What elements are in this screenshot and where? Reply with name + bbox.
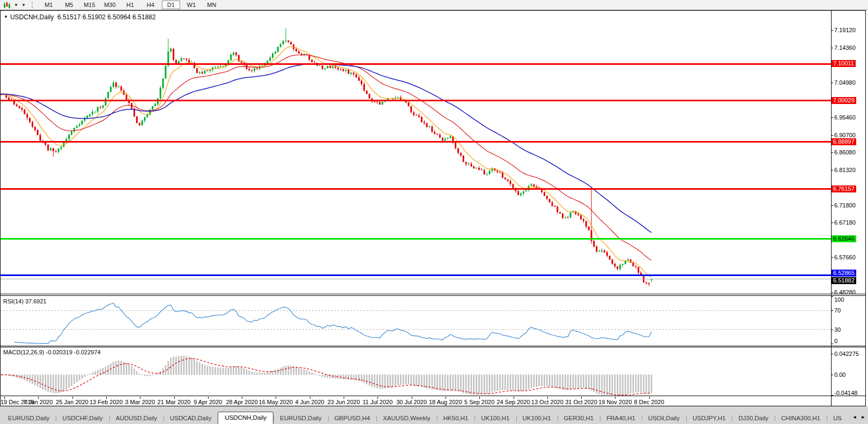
price-axis-label: 7.04980	[834, 79, 856, 86]
timeframe-button-mn[interactable]: MN	[203, 1, 221, 9]
macd-histogram	[1, 356, 652, 395]
price-line-label: 6.88897	[832, 138, 856, 145]
date-label: 4 Jun 2020	[293, 399, 327, 405]
price-axis-label: 6.86080	[834, 149, 856, 156]
timeframe-button-h1[interactable]: H1	[121, 1, 139, 9]
symbol-tab-usdcad-daily[interactable]: USDCAD,Daily	[164, 413, 218, 424]
symbol-tab-fra40-h1[interactable]: FRA40,H1	[600, 413, 642, 424]
chart-title: ▼USDCNH,Daily 6.51517 6.51902 6.50964 6.…	[4, 13, 155, 21]
symbol-tabs: EURUSD,DailyUSDCHF,DailyAUDUSD,DailyUSDC…	[2, 412, 842, 424]
timeframe-button-m30[interactable]: M30	[101, 1, 119, 9]
chart-type-icon[interactable]	[2, 1, 12, 9]
price-axis-label: 7.19120	[834, 27, 856, 34]
price-axis-label: 6.95460	[834, 114, 856, 121]
timeframe-buttons: M1M5M15M30H1H4D1W1MN	[39, 1, 222, 9]
rsi-indicator-panel[interactable]	[0, 296, 831, 346]
date-label: 11 Jul 2020	[360, 399, 395, 405]
toolbar: ▼ ▼ M1M5M15M30H1H4D1W1MN	[0, 0, 868, 10]
date-label: 28 Apr 2020	[225, 399, 259, 405]
date-label: 25 Jan 2020	[55, 399, 90, 405]
price-line-label: 7.10011	[832, 60, 856, 67]
price-line-label: 7.00029	[832, 97, 856, 104]
symbol-tab-eurusd-daily[interactable]: EURUSD,Daily	[2, 413, 56, 424]
symbol-tab-uk100-h1[interactable]: UK100,H1	[474, 413, 516, 424]
rsi-axis-label: 30	[834, 326, 841, 333]
date-label: 13 Feb 2020	[89, 399, 123, 405]
symbol-tab-usdjpy-h1[interactable]: USDJPY,H1	[686, 413, 732, 424]
symbol-tab-usdchf-daily[interactable]: USDCHF,Daily	[56, 413, 109, 424]
symbol-tab-dj30-daily[interactable]: DJ30,Daily	[732, 413, 775, 424]
price-hline	[0, 274, 831, 276]
symbol-tab-uk100-h1[interactable]: UK100,H1	[516, 413, 558, 424]
indicators-dropdown-caret[interactable]: ▼	[21, 3, 26, 8]
date-label: 8 Dec 2020	[632, 399, 666, 405]
symbol-tab-gbpusd-h4[interactable]: GBPUSD,H4	[328, 413, 376, 424]
date-label: 30 Jul 2020	[395, 399, 429, 405]
rsi-line	[14, 303, 651, 344]
date-label: 19 Nov 2020	[598, 399, 632, 405]
price-axis-label: 7.14360	[834, 44, 856, 51]
date-label: 3 Mar 2020	[123, 399, 157, 405]
macd-axis-label: 0.00	[834, 371, 845, 378]
price-line-label: 6.62646	[832, 235, 856, 242]
ohlc-values: 6.51517 6.51902 6.50964 6.51882	[57, 13, 156, 21]
symbol-tab-xauusd-weekly[interactable]: XAUUSD,Weekly	[376, 413, 437, 424]
chart-type-dropdown-caret[interactable]: ▼	[14, 3, 18, 8]
date-label: 31 Oct 2020	[564, 399, 598, 405]
rsi-axis-label: 0	[834, 338, 837, 345]
date-label: 7 Jan 2020	[21, 399, 55, 405]
price-hline	[0, 141, 831, 143]
timeframe-button-m1[interactable]: M1	[40, 1, 58, 9]
rsi-axis-label: 70	[834, 307, 841, 314]
price-axis-label: 6.57660	[834, 254, 856, 261]
symbol-tab-us[interactable]: US	[827, 413, 842, 424]
date-label: 13 Oct 2020	[530, 399, 565, 405]
date-label: 24 Sep 2020	[496, 399, 531, 405]
symbol-tab-audusd-daily[interactable]: AUDUSD,Daily	[109, 413, 164, 424]
price-hline	[0, 63, 831, 65]
symbol-tab-bar: EURUSD,DailyUSDCHF,DailyAUDUSD,DailyUSDC…	[0, 406, 868, 424]
timeframe-button-h4[interactable]: H4	[142, 1, 160, 9]
price-axis-label: 6.71800	[834, 202, 856, 209]
macd-signal-line	[1, 359, 651, 395]
fast-ma-orange	[1, 47, 651, 277]
rsi-label: RSI(14) 37.6921	[3, 298, 47, 304]
symbol-period-label: USDCNH,Daily	[10, 13, 54, 21]
date-label: 21 Mar 2020	[157, 399, 191, 405]
tabs-scroll-left-icon[interactable]: ◄	[851, 413, 858, 421]
timeframe-button-m15[interactable]: M15	[80, 1, 99, 9]
timeframe-button-w1[interactable]: W1	[182, 1, 201, 9]
symbol-tab-usdcnh-daily[interactable]: USDCNH,Daily	[218, 412, 273, 424]
symbol-tab-ger30-h1[interactable]: GER30,H1	[558, 413, 600, 424]
toolbar-grip-handle[interactable]	[32, 2, 35, 8]
symbol-tab-eurusd-daily[interactable]: EURUSD,Daily	[273, 413, 328, 424]
symbol-collapse-caret-icon[interactable]: ▼	[4, 14, 8, 19]
slow-ma-blue	[1, 64, 651, 233]
price-hline	[0, 188, 831, 190]
main-price-chart[interactable]	[0, 10, 831, 294]
date-label: 23 Jun 2020	[327, 399, 361, 405]
rsi-axis-label: 100	[834, 296, 844, 303]
symbol-tab-china300-h1[interactable]: CHINA300,H1	[775, 413, 827, 424]
current-price-label: 6.51882	[832, 277, 856, 284]
current-price-line	[0, 279, 831, 279]
symbol-tab-usoil-daily[interactable]: USOil,Daily	[642, 413, 686, 424]
price-axis-label: 6.81320	[834, 167, 856, 174]
macd-axis-label: 0.042275	[834, 351, 859, 358]
price-hline	[0, 238, 831, 240]
symbol-tab-hk50-h1[interactable]: HK50,H1	[437, 413, 475, 424]
price-axis-label: 6.67180	[834, 219, 856, 226]
date-label: 18 Aug 2020	[428, 399, 463, 405]
macd-label: MACD(12,26,9) -0.020319 -0.022974	[3, 349, 101, 355]
price-line-label: 6.76157	[832, 185, 856, 192]
timeframe-button-d1[interactable]: D1	[162, 1, 180, 9]
price-hline	[0, 100, 831, 101]
date-label: 16 May 2020	[258, 399, 293, 405]
date-label: 9 Apr 2020	[191, 399, 225, 405]
medium-ma-red	[1, 55, 651, 260]
tabs-scroll-right-icon[interactable]: ►	[859, 413, 867, 421]
date-label: 5 Sep 2020	[462, 399, 496, 405]
price-line-label: 6.52865	[832, 270, 856, 277]
macd-indicator-panel[interactable]	[0, 347, 831, 396]
timeframe-button-m5[interactable]: M5	[60, 1, 78, 9]
